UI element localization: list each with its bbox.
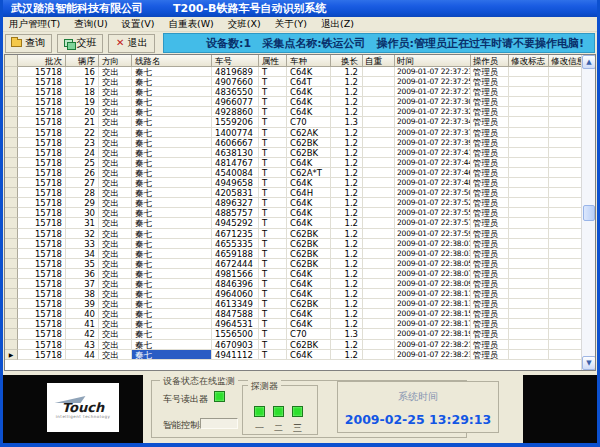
cell[interactable] (549, 198, 581, 208)
cell[interactable]: 4671235 (212, 229, 259, 239)
cell[interactable] (363, 128, 395, 138)
cell[interactable]: 1.2 (331, 208, 363, 218)
cell[interactable]: 1400774 (212, 128, 259, 138)
cell[interactable] (509, 269, 549, 279)
cell[interactable] (509, 188, 549, 198)
query-button[interactable]: 查询 (5, 34, 52, 53)
cell[interactable]: 管理员 (471, 350, 509, 360)
cell[interactable]: 2009-01-07 22:37:59 (395, 229, 471, 239)
cell[interactable]: 交出 (99, 249, 132, 259)
cell[interactable]: T (259, 97, 287, 107)
cell[interactable]: 交出 (99, 77, 132, 87)
cell[interactable]: 15718 (18, 168, 66, 178)
cell[interactable] (549, 350, 581, 360)
cell[interactable]: 2009-01-07 22:38:19 (395, 329, 471, 339)
cell[interactable]: 2009-01-07 22:37:44 (395, 158, 471, 168)
cell[interactable] (363, 77, 395, 87)
table-row[interactable]: 1571831交出秦七4945292TC64K1.22009-01-07 22:… (5, 218, 581, 228)
cell[interactable] (363, 319, 395, 329)
table-row[interactable]: 1571829交出秦七4896327TC64K1.22009-01-07 22:… (5, 198, 581, 208)
cell[interactable] (509, 289, 549, 299)
cell[interactable]: 管理员 (471, 259, 509, 269)
cell[interactable]: C64H (287, 188, 331, 198)
cell[interactable]: 2009-01-07 22:37:27 (395, 87, 471, 97)
cell[interactable]: 交出 (99, 198, 132, 208)
cell[interactable]: 15718 (18, 77, 66, 87)
cell[interactable]: C64K (287, 309, 331, 319)
cell[interactable] (549, 289, 581, 299)
cell[interactable]: 交出 (99, 87, 132, 97)
cell[interactable]: 24 (66, 148, 99, 158)
cell[interactable]: 40 (66, 309, 99, 319)
cell[interactable]: 1.2 (331, 158, 363, 168)
cell[interactable] (509, 279, 549, 289)
cell[interactable] (549, 309, 581, 319)
cell[interactable] (549, 239, 581, 249)
cell[interactable]: 4613349 (212, 299, 259, 309)
cell[interactable]: 4847588 (212, 309, 259, 319)
table-row[interactable]: 1571835交出秦七4672444TC62BK1.22009-01-07 22… (5, 259, 581, 269)
cell[interactable]: 15718 (18, 198, 66, 208)
row-selector[interactable] (5, 329, 18, 339)
cell[interactable]: C62BK (287, 299, 331, 309)
cell[interactable] (549, 77, 581, 87)
cell[interactable]: C62BK (287, 249, 331, 259)
cell[interactable]: C62BK (287, 340, 331, 350)
column-header[interactable]: 车号 (212, 55, 259, 67)
cell[interactable] (509, 239, 549, 249)
cell[interactable]: T (259, 249, 287, 259)
column-header[interactable]: 批次 (18, 55, 66, 67)
cell[interactable]: 15718 (18, 350, 66, 360)
table-row[interactable]: 1571842交出秦七1556500TC701.32009-01-07 22:3… (5, 329, 581, 339)
cell[interactable]: 管理员 (471, 249, 509, 259)
cell[interactable] (509, 168, 549, 178)
cell[interactable]: 交出 (99, 117, 132, 127)
cell[interactable]: 秦七 (132, 158, 212, 168)
table-row[interactable]: 1571824交出秦七4638130TC62BK1.22009-01-07 22… (5, 148, 581, 158)
column-header[interactable]: 修改信息 (549, 55, 581, 67)
cell[interactable]: T (259, 67, 287, 77)
cell[interactable]: T (259, 218, 287, 228)
cell[interactable]: 39 (66, 299, 99, 309)
row-selector[interactable] (5, 77, 18, 87)
cell[interactable] (509, 87, 549, 97)
cell[interactable]: 4941112 (212, 350, 259, 360)
cell[interactable]: 交出 (99, 279, 132, 289)
table-row[interactable]: 1571833交出秦七4655335TC62BK1.22009-01-07 22… (5, 239, 581, 249)
cell[interactable]: 秦七 (132, 198, 212, 208)
cell[interactable]: 秦七 (132, 239, 212, 249)
cell[interactable]: 2009-01-07 22:37:52 (395, 198, 471, 208)
cell[interactable] (363, 138, 395, 148)
cell[interactable]: 4819689 (212, 67, 259, 77)
cell[interactable]: C62BK (287, 138, 331, 148)
column-header[interactable]: 自重 (363, 55, 395, 67)
cell[interactable]: 管理员 (471, 208, 509, 218)
cell[interactable]: 15718 (18, 279, 66, 289)
cell[interactable]: T (259, 107, 287, 117)
cell[interactable]: 交出 (99, 158, 132, 168)
cell[interactable]: 交出 (99, 188, 132, 198)
row-selector[interactable] (5, 188, 18, 198)
cell[interactable]: C64K (287, 107, 331, 117)
cell[interactable]: 4907660 (212, 77, 259, 87)
row-selector[interactable] (5, 198, 18, 208)
cell[interactable]: 2009-01-07 22:37:46 (395, 168, 471, 178)
cell[interactable]: 2009-01-07 22:38:05 (395, 259, 471, 269)
cell[interactable]: T (259, 239, 287, 249)
cell[interactable]: 秦七 (132, 77, 212, 87)
cell[interactable]: 管理员 (471, 279, 509, 289)
cell[interactable]: 2009-01-07 22:37:55 (395, 208, 471, 218)
cell[interactable] (363, 117, 395, 127)
column-header[interactable]: 辆序 (66, 55, 99, 67)
row-selector[interactable] (5, 178, 18, 188)
cell[interactable]: 2009-01-07 22:38:21 (395, 340, 471, 350)
scroll-thumb[interactable] (583, 205, 595, 221)
cell[interactable]: 1.2 (331, 239, 363, 249)
cell[interactable]: 交出 (99, 229, 132, 239)
cell[interactable]: 交出 (99, 269, 132, 279)
cell[interactable]: 管理员 (471, 77, 509, 87)
cell[interactable]: 1.2 (331, 97, 363, 107)
cell[interactable]: 2009-01-07 22:38:09 (395, 279, 471, 289)
table-row[interactable]: 1571840交出秦七4847588TC64K1.22009-01-07 22:… (5, 309, 581, 319)
table-row[interactable]: 1571834交出秦七4659188TC62BK1.22009-01-07 22… (5, 249, 581, 259)
